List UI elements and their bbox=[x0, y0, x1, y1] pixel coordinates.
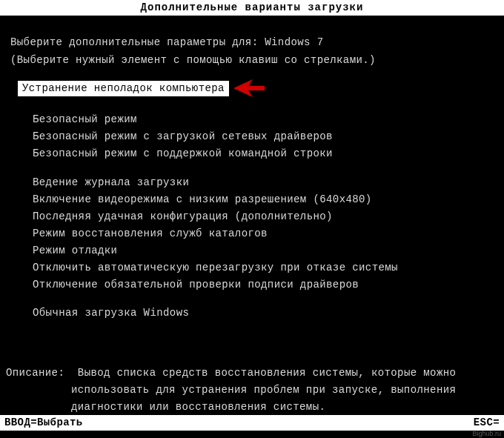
description-line-3: диагностики или восстановления системы. bbox=[6, 401, 498, 413]
pointer-arrow-icon bbox=[233, 79, 265, 97]
menu-item-last-known-good[interactable]: Последняя удачная конфигурация (дополнит… bbox=[10, 210, 494, 222]
menu-item-disable-driver-sig[interactable]: Отключение обязательной проверки подписи… bbox=[10, 279, 494, 291]
boot-menu: Устранение неполадок компьютера Безопасн… bbox=[10, 79, 494, 319]
screen-title: Дополнительные варианты загрузки bbox=[0, 0, 504, 16]
footer-esc-hint: ESC= bbox=[474, 417, 500, 428]
description-block: Описание: Вывод списка средств восстанов… bbox=[0, 367, 504, 413]
description-label: Описание: bbox=[6, 367, 64, 379]
menu-item-safe-mode-command[interactable]: Безопасный режим с поддержкой командной … bbox=[10, 147, 494, 159]
menu-item-selected-label: Устранение неполадок компьютера bbox=[18, 81, 229, 96]
menu-item-safe-mode[interactable]: Безопасный режим bbox=[10, 113, 494, 125]
footer-enter-hint: ВВОД=Выбрать bbox=[4, 417, 83, 428]
menu-item-ds-restore[interactable]: Режим восстановления служб каталогов bbox=[10, 228, 494, 239]
prompt-line-2: (Выберите нужный элемент с помощью клави… bbox=[10, 54, 494, 66]
menu-item-start-normally[interactable]: Обычная загрузка Windows bbox=[10, 307, 494, 319]
description-line-2: использовать для устранения проблем при … bbox=[6, 384, 498, 396]
menu-item-disable-auto-restart[interactable]: Отключить автоматическую перезагрузку пр… bbox=[10, 262, 494, 273]
menu-item-safe-mode-networking[interactable]: Безопасный режим с загрузкой сетевых дра… bbox=[10, 130, 494, 142]
prompt-line-1: Выберите дополнительные параметры для: W… bbox=[10, 36, 494, 48]
menu-item-repair-computer[interactable]: Устранение неполадок компьютера bbox=[18, 79, 494, 97]
description-line-1: Вывод списка средств восстановления сист… bbox=[78, 367, 456, 379]
watermark: Bighub.ru bbox=[472, 430, 501, 437]
menu-item-debug-mode[interactable]: Режим отладки bbox=[10, 245, 494, 256]
os-name: Windows 7 bbox=[265, 36, 323, 48]
menu-item-boot-logging[interactable]: Ведение журнала загрузки bbox=[10, 176, 494, 188]
footer-bar: ВВОД=Выбрать ESC= bbox=[0, 415, 504, 431]
prompt-prefix: Выберите дополнительные параметры для: bbox=[10, 36, 265, 48]
svg-marker-0 bbox=[233, 79, 265, 97]
menu-item-low-res-video[interactable]: Включение видеорежима с низким разрешени… bbox=[10, 193, 494, 205]
